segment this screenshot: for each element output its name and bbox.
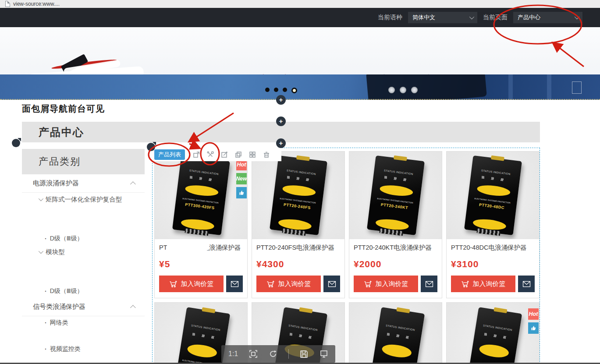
save-icon[interactable] <box>299 350 309 359</box>
redaction-scribble <box>167 244 209 251</box>
admin-bar: 当前语种 简体中文 当前页面 产品中心 <box>0 8 600 27</box>
sidebar-item[interactable]: 网络类 <box>22 316 145 329</box>
add-section-button[interactable]: + <box>276 138 286 148</box>
device-status-text: STATUS INDICATION <box>471 168 520 177</box>
product-card: STATUS INDICATION ELECTRONIC SYSTEMS PRO… <box>349 151 442 298</box>
fit-screen-icon[interactable] <box>249 350 258 358</box>
device-indicators <box>484 333 508 339</box>
language-select[interactable]: 简体中文 <box>408 12 477 23</box>
item-label: C级（Ⅱ级） <box>50 222 82 230</box>
item-label: C级（Ⅱ级） <box>50 274 82 282</box>
browser-tab-bar: view-source:www.... <box>0 0 600 8</box>
copy-icon[interactable] <box>234 151 242 159</box>
email-button[interactable] <box>323 276 340 292</box>
product-actions: 加入询价篮 <box>354 276 437 292</box>
device-indicators <box>189 176 217 182</box>
editor-bottom-toolbar: 1:1 <box>221 345 335 363</box>
product-photo-device: STATUS INDICATION ELECTRONIC SYSTEMS PRO… <box>464 155 522 235</box>
cart-plus-icon <box>266 280 275 288</box>
add-section-button[interactable]: + <box>276 117 286 126</box>
page: view-source:www.... 当前语种 简体中文 当前页面 产品中心 … <box>0 0 600 364</box>
current-page-value: 产品中心 <box>518 14 540 21</box>
product-name[interactable]: PTT20-240FS电浪涌保护器 <box>256 244 340 252</box>
tools-icon[interactable] <box>206 151 214 159</box>
sidebar-category-signal[interactable]: 信号类浪涌保护器 <box>22 298 145 316</box>
browser-tab-title[interactable]: view-source:www.... <box>13 1 60 7</box>
like-badge[interactable] <box>236 187 247 198</box>
current-page-select[interactable]: 产品中心 <box>513 12 582 23</box>
product-name[interactable]: PTT20-48DC电浪涌保护器 <box>451 244 535 252</box>
sidebar-item[interactable]: C级（Ⅱ级） <box>22 272 145 285</box>
component-toolbar: 产品列表 <box>152 148 281 161</box>
banner-screw-detail <box>400 87 406 93</box>
product-image[interactable]: STATUS INDICATION ELECTRONIC SYSTEMS PRO… <box>155 152 247 239</box>
product-image[interactable]: STATUS INDICATION ELECTRONIC SYSTEMS PRO… <box>252 152 344 239</box>
product-price: ¥4300 <box>256 259 340 269</box>
product-actions: 加入询价篮 <box>159 276 243 292</box>
add-to-inquiry-button[interactable]: 加入询价篮 <box>354 276 418 292</box>
carousel-dot[interactable] <box>274 88 278 92</box>
email-button[interactable] <box>226 276 243 292</box>
chevron-up-icon[interactable] <box>130 305 136 311</box>
like-badge[interactable] <box>528 322 539 334</box>
sidebar-item[interactable]: D级（Ⅲ级） <box>22 232 145 245</box>
subcategory-label: 模块型 <box>46 248 65 256</box>
add-to-inquiry-button[interactable]: 加入询价篮 <box>256 276 321 292</box>
product-image[interactable]: STATUS INDICATION PTT40-240FS <box>447 303 539 364</box>
banner-circuit-detail <box>508 74 513 100</box>
chevron-down-icon <box>469 14 474 19</box>
email-button[interactable] <box>421 276 437 292</box>
badge-stack: Hot New <box>236 159 247 198</box>
sidebar-subcategory[interactable]: 模块型 <box>22 245 145 258</box>
device-status-text: STATUS INDICATION <box>277 168 326 177</box>
product-image[interactable]: STATUS INDICATION ELECTRONIC SYSTEMS PRO… <box>447 152 539 239</box>
section-dotted-divider <box>0 99 600 100</box>
banner-screw-detail <box>388 87 395 93</box>
sidebar-title: 产品类别 <box>22 149 145 174</box>
new-badge: New <box>236 173 247 184</box>
toolbar-divider <box>288 349 289 359</box>
product-list-button[interactable]: 产品列表 <box>154 149 185 160</box>
resize-icon[interactable] <box>192 151 200 159</box>
product-image[interactable]: STATUS INDICATION <box>349 303 442 364</box>
sidebar-item[interactable]: 视频监控类 <box>22 343 145 356</box>
device-indicators <box>287 176 314 182</box>
product-price: ¥50000 <box>159 259 243 269</box>
product-name[interactable]: PTT300-420FS电浪涌保护器 <box>159 244 243 252</box>
sidebar-item[interactable]: B级（Ⅰ级） <box>22 206 145 219</box>
add-to-inquiry-button[interactable]: 加入询价篮 <box>159 276 224 292</box>
sidebar-item[interactable]: D级（Ⅲ级） <box>22 285 145 298</box>
zoom-level-label[interactable]: 1:1 <box>228 350 238 358</box>
sidebar-item[interactable]: 工业控制类 <box>22 329 145 343</box>
chevron-up-icon[interactable] <box>130 181 136 187</box>
trash-icon[interactable] <box>263 151 270 159</box>
device-preview-icon[interactable] <box>320 350 328 358</box>
add-section-button[interactable]: + <box>276 95 286 105</box>
drag-handle[interactable] <box>147 143 155 151</box>
sidebar-category-power[interactable]: 电源浪涌保护器 <box>22 174 145 193</box>
envelope-icon <box>231 281 239 287</box>
cart-plus-icon <box>364 280 372 288</box>
product-image[interactable]: STATUS INDICATION ELECTRONIC SYSTEMS PRO… <box>349 152 442 239</box>
breadcrumb-note: 面包屑导航前台可见 <box>22 103 105 115</box>
drag-handle[interactable] <box>12 139 20 147</box>
device-status-text: STATUS INDICATION <box>281 323 325 332</box>
carousel-dots <box>265 88 297 93</box>
edit-icon[interactable] <box>220 151 228 159</box>
sidebar-subcategory[interactable]: 矩阵式一体化全保护复合型 <box>22 193 145 206</box>
banner-circuit-detail <box>547 74 551 100</box>
add-to-inquiry-button[interactable]: 加入询价篮 <box>451 276 515 292</box>
carousel-dot[interactable] <box>283 88 287 92</box>
grid-icon[interactable] <box>249 151 256 159</box>
item-label: B级（Ⅰ级） <box>50 261 80 269</box>
hero-banner <box>0 74 600 100</box>
refresh-icon[interactable] <box>269 350 277 358</box>
email-button[interactable] <box>518 276 535 292</box>
carousel-dot[interactable] <box>265 88 270 92</box>
product-card: STATUS INDICATION ELECTRONIC SYSTEMS PRO… <box>446 151 540 298</box>
product-name[interactable]: PTT20-240KT电浪涌保护器 <box>354 244 437 252</box>
product-card: STATUS INDICATION ELECTRONIC SYSTEMS PRO… <box>154 151 248 298</box>
sidebar-item[interactable]: C级（Ⅱ级） <box>22 219 145 232</box>
sidebar-item[interactable]: B级（Ⅰ级） <box>22 258 145 272</box>
carousel-dot-active[interactable] <box>291 88 297 93</box>
